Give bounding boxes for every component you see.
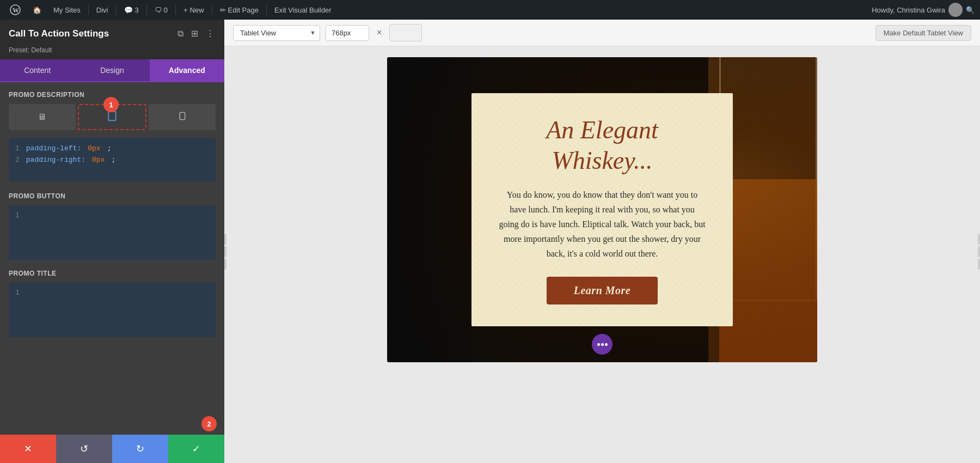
cta-body-text: You do know, you do know that they don't… — [499, 187, 706, 261]
panel-title: Call To Action Settings — [9, 28, 109, 39]
view-controls: Tablet View Desktop View Phone View ▼ × … — [224, 20, 980, 46]
promo-button-code-editor[interactable]: 1 — [9, 205, 216, 260]
comments-zero-item[interactable]: 🗨 0 — [150, 0, 172, 20]
restore-icon[interactable]: ⧉ — [176, 28, 185, 40]
dot-3 — [605, 343, 608, 346]
promo-button-section: Promo Button 1 — [9, 192, 216, 260]
line-num-2: 2 — [15, 155, 20, 166]
code-prop-2: padding-right: — [26, 155, 85, 166]
comments-icon: 💬 — [124, 6, 133, 14]
right-scroll-handle — [978, 234, 980, 270]
scroll-line-3 — [224, 259, 226, 270]
left-panel: 1 2 Call To Action Settings ⧉ ⊞ ⋮ Preset… — [0, 20, 224, 463]
home-icon-item[interactable]: 🏠 — [28, 0, 46, 20]
view-select[interactable]: Tablet View Desktop View Phone View — [233, 25, 320, 41]
comments-count: 3 — [135, 6, 139, 14]
wp-logo-item[interactable]: W — [5, 0, 25, 20]
comments-bubble-icon: 🗨 — [155, 6, 162, 14]
scroll-line-r3 — [978, 259, 980, 270]
my-sites-item[interactable]: My Sites — [49, 0, 85, 20]
scroll-line-1 — [224, 234, 226, 245]
panel-header: Call To Action Settings ⧉ ⊞ ⋮ — [0, 20, 224, 45]
make-default-button[interactable]: Make Default Tablet View — [875, 25, 971, 41]
separator-4 — [175, 5, 176, 15]
edit-icon: ✏ — [220, 6, 226, 14]
cta-left-overlay — [387, 57, 474, 362]
close-x-button[interactable]: × — [375, 26, 384, 40]
preset-label[interactable]: Preset: Default — [9, 46, 52, 54]
new-item[interactable]: + New — [179, 0, 209, 20]
panel-body: Promo Description 🖥 — [0, 82, 224, 435]
panel-tabs: Content Design Advanced — [0, 59, 224, 82]
promo-title-code-editor[interactable]: 1 — [9, 283, 216, 337]
save-button[interactable]: ✓ — [168, 435, 224, 463]
whiskey-liquid — [719, 179, 817, 362]
undo-button[interactable]: ↺ — [56, 435, 112, 463]
exit-builder-label: Exit Visual Builder — [274, 6, 332, 14]
tablet-icon — [107, 114, 118, 123]
code-val-2: 0px — [92, 155, 105, 166]
svg-rect-2 — [108, 112, 115, 121]
separator-2 — [116, 5, 117, 15]
px-input[interactable] — [326, 25, 369, 41]
my-sites-label: My Sites — [53, 6, 81, 14]
close-icon: × — [377, 28, 382, 37]
wp-logo-icon: W — [10, 4, 21, 15]
separator-5 — [212, 5, 212, 15]
cancel-icon: ✕ — [24, 443, 32, 455]
edit-page-label: Edit Page — [228, 6, 259, 14]
layout-icon[interactable]: ⊞ — [190, 27, 199, 40]
redo-button[interactable]: ↻ — [112, 435, 168, 463]
tablet-svg-icon — [107, 111, 118, 121]
dot-1 — [597, 343, 600, 346]
main-layout: 1 2 Call To Action Settings ⧉ ⊞ ⋮ Preset… — [0, 20, 980, 463]
view-select-wrapper: Tablet View Desktop View Phone View ▼ — [233, 25, 320, 41]
divi-label: Divi — [96, 6, 108, 14]
code-prop-1: padding-left: — [26, 143, 81, 155]
more-options-icon[interactable]: ⋮ — [205, 27, 216, 40]
scroll-line-r2 — [978, 246, 980, 257]
svg-rect-4 — [180, 112, 185, 119]
promo-description-code-editor[interactable]: 1 padding-left: 0px ; 2 padding-right: 0… — [9, 138, 216, 181]
comments-zero: 0 — [164, 6, 168, 14]
dot-2 — [601, 343, 604, 346]
panel-actions: ✕ ↺ ↻ ✓ — [0, 435, 224, 463]
tab-content[interactable]: Content — [0, 59, 75, 81]
right-area: Tablet View Desktop View Phone View ▼ × … — [224, 20, 980, 463]
avatar — [948, 3, 963, 17]
tab-design[interactable]: Design — [75, 59, 149, 81]
comments-item[interactable]: 💬 3 — [120, 0, 143, 20]
promo-title-label: Promo Title — [9, 270, 216, 277]
cta-module: An Elegant Whiskey... You do know, you d… — [387, 57, 817, 362]
new-label: New — [190, 6, 204, 14]
code-semi-2: ; — [111, 155, 115, 166]
home-icon: 🏠 — [33, 6, 41, 14]
redo-icon: ↻ — [136, 443, 144, 455]
line-num-1: 1 — [15, 143, 20, 155]
scroll-line-r1 — [978, 234, 980, 245]
mobile-btn[interactable] — [149, 104, 216, 130]
code-val-1: 0px — [88, 143, 100, 155]
desktop-btn[interactable]: 🖥 — [9, 104, 76, 130]
scroll-line-2 — [224, 246, 226, 257]
separator-1 — [88, 5, 89, 15]
mobile-icon — [178, 114, 187, 123]
panel-header-icons: ⧉ ⊞ ⋮ — [176, 27, 216, 40]
badge-1: 1 — [103, 97, 119, 112]
preset-row: Preset: Default — [0, 45, 224, 59]
code-line-2: 2 padding-right: 0px ; — [15, 155, 209, 166]
exit-builder-item[interactable]: Exit Visual Builder — [270, 0, 336, 20]
save-icon: ✓ — [192, 443, 200, 455]
edit-page-item[interactable]: ✏ Edit Page — [216, 0, 263, 20]
divi-item[interactable]: Divi — [92, 0, 113, 20]
code-line-1: 1 padding-left: 0px ; — [15, 143, 209, 155]
cta-learn-more-button[interactable]: Learn More — [547, 277, 658, 304]
badge-2: 2 — [201, 416, 217, 431]
color-picker-input[interactable] — [389, 24, 422, 41]
cancel-button[interactable]: ✕ — [0, 435, 56, 463]
desktop-icon: 🖥 — [38, 112, 46, 121]
search-icon[interactable]: 🔍 — [966, 6, 975, 14]
floating-dots-button[interactable] — [592, 334, 612, 355]
tab-advanced[interactable]: Advanced — [150, 59, 224, 81]
cta-title: An Elegant Whiskey... — [499, 115, 706, 175]
